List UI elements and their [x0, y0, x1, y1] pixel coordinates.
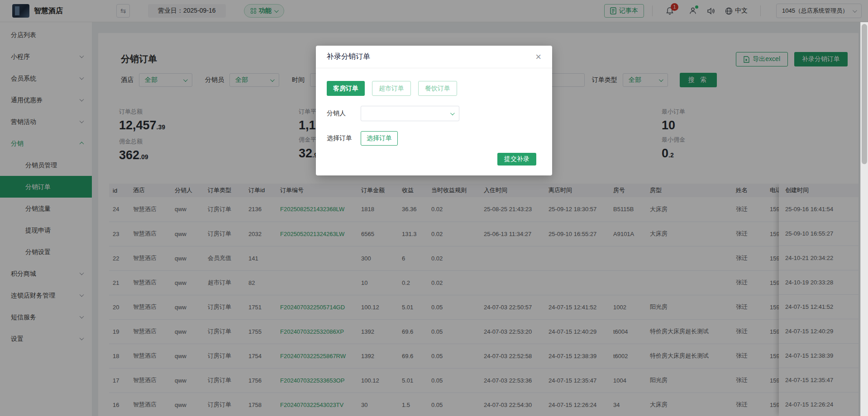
modal-tab-2[interactable]: 餐饮订单	[418, 81, 457, 96]
distributor-dropdown[interactable]	[361, 106, 459, 121]
supplement-order-modal: 补录分销订单 × 客房订单超市订单餐饮订单 分销人 选择订单 选择订单 提交补录	[316, 46, 552, 175]
submit-supplement-button[interactable]: 提交补录	[497, 153, 536, 165]
chevron-down-icon	[450, 111, 455, 115]
close-icon[interactable]: ×	[535, 52, 541, 62]
modal-title: 补录分销订单	[327, 52, 370, 61]
select-order-button[interactable]: 选择订单	[361, 131, 398, 146]
page-scrollbar[interactable]	[860, 22, 868, 416]
scrollbar-thumb[interactable]	[862, 24, 867, 164]
select-order-label: 选择订单	[327, 134, 361, 142]
modal-tab-0[interactable]: 客房订单	[327, 81, 365, 96]
distributor-label: 分销人	[327, 109, 361, 118]
modal-tab-1[interactable]: 超市订单	[372, 81, 411, 96]
